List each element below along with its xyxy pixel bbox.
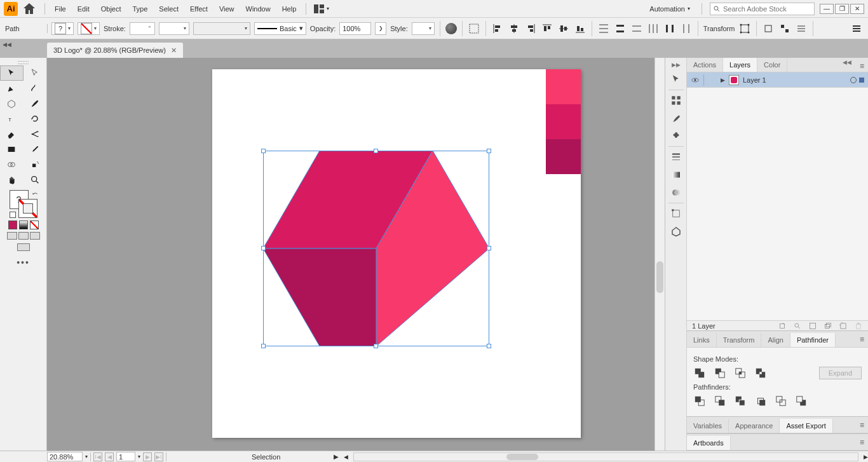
toolbox-collapse-icon[interactable]: ◀◀	[3, 41, 11, 48]
search-stock-input[interactable]	[723, 5, 799, 13]
color-mode-none[interactable]	[30, 221, 39, 229]
opacity-input[interactable]: 100%	[339, 22, 371, 35]
direct-selection-tool[interactable]	[24, 65, 47, 81]
tab-actions[interactable]: Actions	[687, 58, 723, 72]
panel-expand-icon[interactable]: ◀◀	[843, 59, 851, 65]
stroke-swatch-dropdown[interactable]: ▾	[78, 22, 100, 35]
color-mode-gradient[interactable]	[19, 221, 28, 229]
panel-menu-icon[interactable]: ≡	[860, 438, 864, 447]
draw-inside-icon[interactable]	[30, 232, 40, 240]
curvature-tool[interactable]	[24, 81, 47, 96]
rectangle-tool[interactable]	[0, 96, 24, 111]
draw-behind-icon[interactable]	[18, 232, 29, 240]
edit-toolbar-icon[interactable]: •••	[0, 257, 46, 268]
vertical-scrollbar[interactable]	[654, 58, 665, 451]
new-layer-icon[interactable]	[839, 322, 848, 330]
menu-object[interactable]: Object	[95, 3, 127, 15]
horizontal-scrollbar[interactable]	[353, 452, 858, 461]
trim-icon[interactable]	[714, 395, 726, 407]
gradient-tool[interactable]	[0, 142, 24, 157]
edit-contents-icon[interactable]	[778, 22, 791, 35]
swap-fill-stroke-icon[interactable]: ⤺	[32, 190, 37, 197]
asset-export-panel-icon[interactable]	[667, 222, 686, 240]
stroke-weight-input[interactable]: ⌃	[130, 22, 155, 35]
artboard-number-input[interactable]: 1	[116, 452, 135, 461]
tab-transform[interactable]: Transform	[717, 333, 762, 347]
document-tab-close-icon[interactable]: ✕	[171, 46, 177, 55]
merge-icon[interactable]	[734, 395, 747, 407]
document-tab[interactable]: 3D Logo* @ 20.88% (RGB/Preview) ✕	[47, 43, 183, 58]
search-stock-field[interactable]	[710, 3, 815, 15]
menu-help[interactable]: Help	[276, 3, 302, 15]
brushes-panel-icon[interactable]	[667, 109, 686, 127]
align-left-icon[interactable]	[491, 22, 504, 35]
tab-appearance[interactable]: Appearance	[729, 419, 780, 433]
menu-window[interactable]: Window	[240, 3, 276, 15]
zoom-tool[interactable]	[24, 172, 47, 187]
tab-align[interactable]: Align	[761, 333, 790, 347]
layer-row[interactable]: ▶ Layer 1	[687, 72, 868, 88]
zoom-level-input[interactable]: 20.88%	[47, 452, 83, 461]
cube-artwork[interactable]	[263, 151, 489, 346]
align-vcenter-icon[interactable]	[557, 22, 570, 35]
exclude-icon[interactable]	[754, 367, 767, 379]
tab-variables[interactable]: Variables	[687, 419, 729, 433]
outline-icon[interactable]	[775, 395, 787, 407]
delete-layer-icon[interactable]	[854, 322, 863, 330]
type-tool[interactable]: T	[0, 111, 24, 126]
stroke-style-dropdown[interactable]: Basic▾	[254, 22, 306, 35]
menu-edit[interactable]: Edit	[72, 3, 95, 15]
tab-asset-export[interactable]: Asset Export	[780, 419, 832, 433]
align-right-icon[interactable]	[524, 22, 537, 35]
status-menu-icon[interactable]: ▶	[334, 453, 339, 460]
minus-front-icon[interactable]	[714, 367, 726, 379]
menu-view[interactable]: View	[214, 3, 240, 15]
default-fill-stroke-icon[interactable]	[10, 212, 16, 218]
graphic-style-dropdown[interactable]: ▾	[412, 22, 435, 35]
stroke-box[interactable]	[18, 199, 37, 218]
pen-tool[interactable]	[0, 81, 24, 96]
transparency-panel-icon[interactable]	[667, 184, 686, 201]
color-mode-fill[interactable]	[8, 221, 17, 229]
transform-panel-icon[interactable]	[738, 22, 751, 35]
panel-menu-icon[interactable]: ≡	[860, 421, 864, 430]
menu-file[interactable]: File	[49, 3, 72, 15]
arrange-documents-icon[interactable]: ▾	[310, 3, 333, 15]
properties-panel-icon[interactable]	[667, 71, 686, 88]
intersect-icon[interactable]	[734, 367, 747, 379]
recolor-artwork-icon[interactable]	[445, 23, 457, 34]
panel-menu-icon[interactable]: ≡	[860, 62, 864, 71]
locate-icon[interactable]	[793, 322, 802, 330]
canvas-area[interactable]	[47, 58, 665, 451]
fill-swatch-dropdown[interactable]: ?▾	[51, 22, 74, 35]
paintbrush-tool[interactable]	[24, 96, 47, 111]
window-close-button[interactable]: ✕	[850, 4, 864, 14]
distribute-vcenter-icon[interactable]	[614, 22, 627, 35]
panel-menu-icon[interactable]: ≡	[860, 335, 864, 344]
align-hcenter-icon[interactable]	[508, 22, 520, 35]
align-bottom-icon[interactable]	[574, 22, 587, 35]
control-menu-icon[interactable]	[850, 22, 863, 35]
next-artboard-button[interactable]: ▶	[143, 452, 152, 461]
prev-artboard-button[interactable]: ◀	[105, 452, 114, 461]
symbol-sprayer-tool[interactable]	[24, 157, 47, 172]
menu-type[interactable]: Type	[127, 3, 154, 15]
select-similar-icon[interactable]	[795, 22, 808, 35]
distribute-left-icon[interactable]	[647, 22, 660, 35]
eyedropper-tool[interactable]	[24, 142, 47, 157]
artboards-panel-icon[interactable]	[667, 205, 686, 222]
transform-label[interactable]: Transform	[703, 25, 735, 32]
toolbox-grip[interactable]: :::::::	[0, 59, 46, 65]
first-artboard-button[interactable]: I◀	[93, 452, 102, 461]
distribute-right-icon[interactable]	[680, 22, 693, 35]
stroke-panel-icon[interactable]	[667, 148, 686, 166]
eraser-tool[interactable]	[0, 126, 24, 142]
unite-icon[interactable]	[693, 367, 706, 379]
home-icon[interactable]	[22, 1, 37, 17]
tab-artboards[interactable]: Artboards	[687, 436, 731, 450]
window-minimize-button[interactable]: —	[820, 4, 834, 14]
scissors-tool[interactable]	[24, 126, 47, 142]
last-artboard-button[interactable]: ▶I	[154, 452, 163, 461]
export-icon[interactable]	[778, 322, 787, 330]
distribute-hcenter-icon[interactable]	[663, 22, 676, 35]
